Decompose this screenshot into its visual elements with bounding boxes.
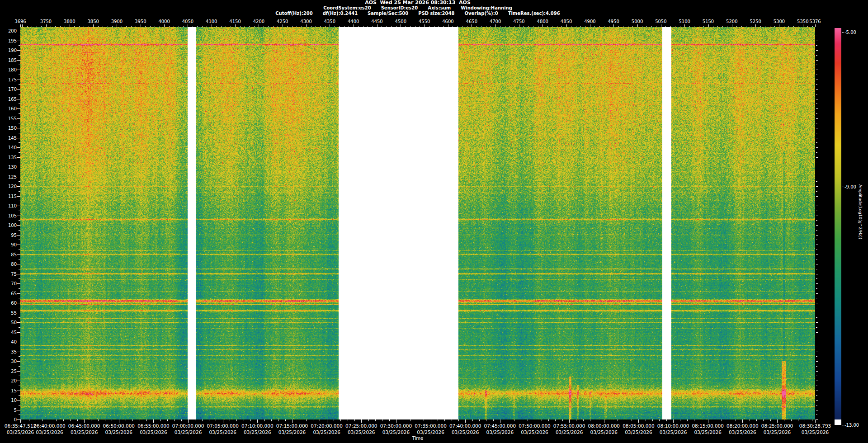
top-axis-tick — [798, 26, 798, 27]
freq-axis-label: 90 — [0, 242, 17, 247]
top-axis-tick — [226, 26, 226, 27]
top-axis-tick — [675, 26, 675, 27]
top-axis-label: 5050 — [655, 19, 666, 24]
top-axis-tick — [131, 26, 132, 27]
top-axis-tick — [699, 26, 699, 27]
time-axis-minor-tick — [583, 419, 584, 421]
top-axis-label: 4150 — [229, 19, 241, 24]
top-axis-label: 4700 — [490, 19, 501, 24]
time-axis-minor-tick — [458, 419, 459, 421]
header-param: SensorID:es20 — [381, 5, 418, 11]
top-axis-tick — [784, 26, 784, 27]
freq-axis-tick-right — [816, 240, 817, 240]
time-axis-minor-tick — [264, 419, 265, 421]
freq-axis-tick — [17, 50, 20, 51]
top-axis-tick — [344, 26, 344, 27]
top-axis-label: 4250 — [277, 19, 288, 24]
time-axis-minor-tick — [340, 419, 341, 421]
top-axis-tick — [382, 26, 382, 27]
freq-axis-tick-right — [816, 269, 817, 269]
freq-axis-label: 15 — [0, 388, 17, 393]
freq-axis-label: 65 — [0, 291, 17, 296]
time-tick-label: 06:45:00.000 — [68, 423, 100, 429]
freq-axis-tick-right — [816, 99, 818, 99]
time-axis-minor-tick — [382, 419, 382, 421]
time-axis-minor-tick — [486, 419, 486, 421]
colorbar-tick-label: -9.00 — [844, 184, 856, 189]
date-tick-label: 03/25/2026 — [105, 429, 133, 435]
freq-axis-tick-right — [816, 419, 818, 420]
top-axis-tick — [160, 26, 160, 27]
time-axis-minor-tick — [632, 419, 632, 421]
top-axis-tick — [727, 26, 727, 27]
top-axis-tick — [462, 26, 462, 27]
time-axis-minor-tick — [327, 419, 327, 421]
top-axis-label: 5350 — [797, 19, 808, 24]
freq-axis-tick-right — [816, 254, 818, 255]
freq-axis-tick — [19, 94, 20, 94]
top-axis-tick — [98, 26, 99, 27]
freq-axis-label: 0 — [0, 417, 17, 422]
top-axis-label: 4100 — [206, 19, 217, 24]
header-param: CoordSystem:es20 — [323, 5, 371, 11]
top-axis-tick — [368, 26, 368, 27]
freq-axis-label: 170 — [0, 87, 17, 92]
top-axis-tick — [70, 24, 70, 27]
top-axis-label: 4650 — [466, 19, 477, 24]
time-axis-minor-tick — [555, 419, 556, 421]
top-axis-tick — [642, 26, 642, 27]
freq-axis-tick — [17, 381, 20, 381]
time-axis-minor-tick — [244, 419, 244, 421]
top-axis-tick — [155, 26, 155, 27]
freq-axis-label: 60 — [0, 301, 17, 306]
top-axis-tick — [609, 26, 609, 27]
freq-axis-tick — [17, 235, 20, 236]
top-axis-tick — [533, 26, 533, 27]
freq-axis-tick-right — [816, 133, 817, 133]
top-axis-tick — [122, 26, 122, 27]
freq-axis-tick — [17, 80, 20, 80]
freq-axis-tick — [17, 245, 20, 245]
date-tick-label: 03/25/2026 — [556, 429, 583, 435]
freq-axis-tick-right — [816, 274, 818, 274]
freq-axis-tick — [17, 283, 20, 284]
freq-axis-tick-right — [816, 104, 817, 104]
freq-axis-tick — [17, 313, 20, 313]
top-axis-tick — [514, 26, 514, 27]
time-axis-minor-tick — [29, 419, 29, 421]
top-axis-tick — [207, 26, 207, 27]
freq-axis-tick-right — [816, 410, 818, 410]
freq-axis-tick-right — [816, 191, 817, 192]
top-axis-label: 4550 — [419, 19, 430, 24]
top-axis-tick — [793, 26, 794, 27]
top-axis-tick — [108, 26, 108, 27]
top-axis-tick — [509, 26, 510, 27]
time-axis-minor-tick — [701, 419, 701, 421]
freq-axis-tick-right — [816, 142, 817, 143]
spectrogram-canvas[interactable] — [20, 27, 815, 419]
time-axis-minor-tick — [42, 419, 43, 421]
top-axis-tick — [571, 26, 571, 27]
top-axis-tick — [670, 26, 671, 27]
time-tick-label: 07:35:00.000 — [415, 423, 447, 429]
freq-axis-tick — [17, 274, 20, 274]
colorbar-nodata-tip — [835, 419, 841, 425]
freq-axis-tick-right — [816, 167, 818, 167]
top-axis-tick — [188, 24, 188, 27]
time-axis-minor-tick — [181, 419, 182, 421]
top-axis-tick — [576, 26, 576, 27]
time-tick-label: 06:55:00.000 — [137, 423, 170, 429]
top-axis-tick — [183, 26, 184, 27]
freq-axis-tick-right — [816, 381, 818, 381]
top-axis-tick — [74, 26, 75, 27]
freq-axis-tick-right — [816, 113, 817, 114]
top-axis-tick — [807, 26, 808, 27]
freq-axis-label: 100 — [0, 223, 17, 228]
freq-axis-tick-right — [816, 84, 817, 85]
freq-axis-tick-right — [816, 356, 817, 357]
top-axis-tick — [245, 26, 245, 27]
top-axis-label: 4400 — [348, 19, 359, 24]
top-axis-tick — [259, 24, 259, 27]
top-axis-tick — [415, 26, 415, 27]
time-axis-minor-tick — [535, 419, 535, 421]
